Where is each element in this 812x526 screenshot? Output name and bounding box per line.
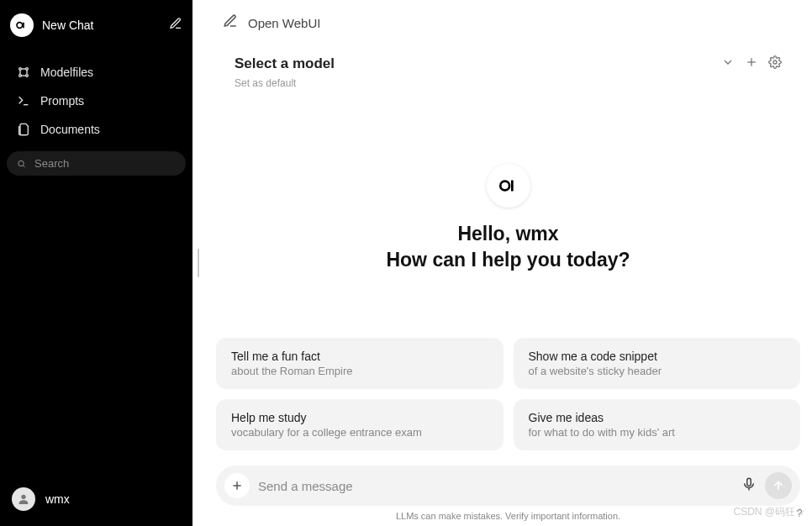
search-input[interactable] bbox=[34, 157, 176, 170]
user-row[interactable]: wmx bbox=[7, 479, 186, 519]
greeting: Hello, wmx bbox=[457, 223, 558, 245]
avatar bbox=[12, 487, 35, 511]
suggestion-sub: about the Roman Empire bbox=[231, 365, 488, 377]
suggestion-title: Show me a code snippet bbox=[529, 350, 786, 363]
welcome-area: Hello, wmx How can I help you today? bbox=[204, 89, 812, 338]
search-field[interactable] bbox=[7, 151, 186, 176]
composer-area bbox=[204, 450, 812, 511]
app-logo bbox=[10, 13, 34, 37]
sidebar-item-label: Documents bbox=[40, 123, 100, 136]
suggestion-sub: of a website's sticky header bbox=[529, 365, 786, 377]
set-default-link[interactable]: Set as default bbox=[204, 74, 812, 89]
plus-icon bbox=[230, 479, 244, 492]
add-model-icon[interactable] bbox=[745, 55, 758, 72]
suggestion-grid: Tell me a fun fact about the Roman Empir… bbox=[204, 338, 812, 450]
sidebar-item-prompts[interactable]: Prompts bbox=[7, 87, 186, 114]
logo-glyph bbox=[15, 18, 29, 32]
main-pane: Open WebUI Select a model Set as default bbox=[204, 0, 812, 526]
svg-point-4 bbox=[19, 75, 22, 77]
sidebar-item-label: Modelfiles bbox=[40, 66, 93, 79]
suggestion-card[interactable]: Tell me a fun fact about the Roman Empir… bbox=[216, 338, 504, 389]
prompts-icon bbox=[17, 94, 30, 108]
sidebar: New Chat Modelfiles Prompts Do bbox=[0, 0, 192, 526]
main-header: Open WebUI bbox=[204, 2, 812, 37]
suggestion-title: Give me ideas bbox=[529, 411, 786, 424]
sidebar-nav: Modelfiles Prompts Documents bbox=[7, 59, 186, 143]
suggestion-sub: vocabulary for a college entrance exam bbox=[231, 426, 488, 439]
modelfiles-icon bbox=[17, 66, 30, 79]
model-selector-row: Select a model bbox=[204, 37, 812, 74]
page-title: Open WebUI bbox=[248, 16, 320, 30]
svg-point-16 bbox=[773, 60, 777, 64]
help-badge[interactable]: ? bbox=[792, 506, 807, 521]
new-chat-row[interactable]: New Chat bbox=[7, 7, 186, 44]
pane-resize-handle[interactable] bbox=[192, 0, 204, 526]
composer bbox=[216, 466, 800, 506]
svg-point-3 bbox=[26, 68, 29, 71]
mic-button[interactable] bbox=[741, 476, 757, 495]
avatar-icon bbox=[17, 492, 30, 506]
svg-line-12 bbox=[24, 166, 25, 167]
svg-point-2 bbox=[19, 68, 22, 71]
mic-icon bbox=[741, 476, 757, 492]
greeting-sub: How can I help you today? bbox=[386, 249, 630, 271]
svg-point-0 bbox=[17, 23, 23, 29]
svg-point-5 bbox=[26, 75, 29, 77]
svg-point-17 bbox=[500, 181, 509, 191]
suggestion-card[interactable]: Help me study vocabulary for a college e… bbox=[216, 399, 504, 450]
search-icon bbox=[17, 158, 26, 170]
logo-glyph bbox=[498, 175, 519, 197]
documents-icon bbox=[17, 123, 30, 136]
svg-rect-21 bbox=[747, 478, 751, 486]
model-select[interactable]: Select a model bbox=[235, 55, 335, 72]
sidebar-item-modelfiles[interactable]: Modelfiles bbox=[7, 59, 186, 86]
send-button[interactable] bbox=[765, 472, 792, 499]
suggestion-sub: for what to do with my kids' art bbox=[529, 426, 786, 439]
new-chat-label: New Chat bbox=[42, 18, 161, 32]
suggestion-title: Tell me a fun fact bbox=[231, 350, 488, 363]
svg-point-13 bbox=[21, 495, 25, 499]
gear-icon[interactable] bbox=[768, 55, 782, 72]
suggestion-title: Help me study bbox=[231, 411, 488, 424]
compose-icon[interactable] bbox=[169, 17, 182, 34]
sidebar-item-label: Prompts bbox=[40, 94, 84, 108]
attach-button[interactable] bbox=[224, 473, 250, 498]
center-logo bbox=[487, 164, 530, 208]
disclaimer: LLMs can make mistakes. Verify important… bbox=[204, 511, 812, 526]
suggestion-card[interactable]: Give me ideas for what to do with my kid… bbox=[514, 399, 801, 450]
username: wmx bbox=[45, 492, 70, 506]
suggestion-card[interactable]: Show me a code snippet of a website's st… bbox=[514, 338, 801, 389]
compose-icon[interactable] bbox=[223, 13, 238, 32]
message-input[interactable] bbox=[258, 479, 733, 493]
svg-point-11 bbox=[18, 160, 24, 166]
chevron-down-icon[interactable] bbox=[721, 55, 735, 72]
arrow-up-icon bbox=[772, 479, 785, 492]
sidebar-item-documents[interactable]: Documents bbox=[7, 116, 186, 143]
